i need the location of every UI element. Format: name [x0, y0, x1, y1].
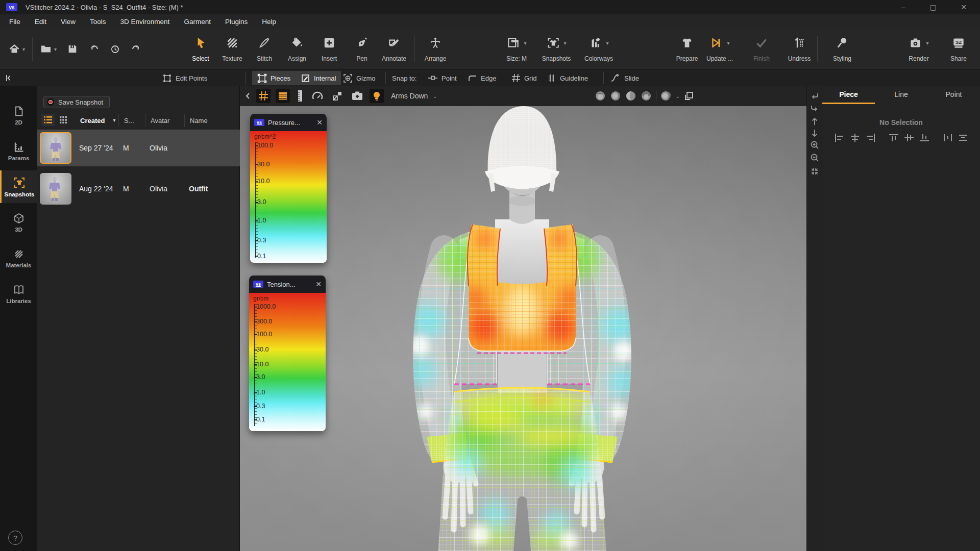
snap-edge-toggle[interactable]: Edge [468, 70, 496, 86]
bring-front-icon[interactable] [684, 91, 694, 101]
prepare-shirt-icon [680, 36, 694, 49]
close-icon[interactable]: ✕ [316, 118, 323, 127]
align-right-icon[interactable] [864, 133, 876, 143]
redo-step-button[interactable] [807, 102, 822, 114]
save-button[interactable] [67, 43, 78, 55]
tab-point[interactable]: Point [927, 86, 980, 104]
home-button[interactable]: ▾ [8, 43, 25, 55]
viewport-scale-button[interactable] [332, 90, 343, 102]
chevron-down-icon: ▾ [727, 40, 729, 46]
viewport-light-toggle[interactable] [370, 89, 384, 103]
menu-plugins[interactable]: Plugins [218, 14, 255, 29]
pressure-legend-header[interactable]: vs Pressure... ✕ [250, 114, 327, 131]
tool-update[interactable]: ▾ Update ... [698, 34, 742, 62]
gizmo-toggle[interactable]: Gizmo [343, 70, 376, 86]
tool-arrange[interactable]: Arrange [413, 34, 457, 62]
column-avatar[interactable]: Avatar [145, 114, 185, 127]
sidebar-item-3d[interactable]: 3D [0, 206, 37, 239]
redo-button[interactable] [129, 43, 141, 55]
viewport-ruler-button[interactable] [297, 90, 303, 102]
tool-colorways[interactable]: ▾ Colorways [577, 34, 621, 62]
2d-icon [13, 105, 25, 117]
undo-button[interactable] [88, 43, 101, 55]
distribute-h-icon[interactable] [942, 133, 954, 143]
help-button[interactable]: ? [8, 531, 22, 545]
restore-button[interactable]: ▢ [921, 0, 945, 14]
distribute-v-icon[interactable] [957, 133, 969, 143]
return-button[interactable] [807, 90, 822, 102]
scale-icon [332, 90, 343, 102]
avatar-head-3-icon[interactable] [625, 90, 636, 102]
slide-toggle[interactable]: Slide [610, 70, 639, 86]
tool-render[interactable]: ▾ Render [897, 34, 941, 62]
snapshot-row[interactable]: Sep 27 '24 M Olivia [37, 130, 240, 166]
tab-line[interactable]: Line [875, 86, 927, 104]
pressure-legend[interactable]: vs Pressure... ✕ gr/cm^2 100.0 30.0 10.0… [250, 114, 327, 263]
pieces-toggle[interactable]: Pieces [252, 73, 296, 83]
avatar-head-2-icon[interactable] [610, 90, 621, 102]
sidebar-item-libraries[interactable]: Libraries [0, 278, 37, 310]
tool-snapshots[interactable]: ▾ Snapshots [534, 34, 578, 62]
tension-legend[interactable]: vs Tension... ✕ gr/cm 1000.0 300.0 100.0… [249, 276, 326, 431]
avatar-head-1-icon[interactable] [595, 90, 606, 102]
tension-legend-title: Tension... [267, 281, 312, 288]
avatar-current-icon[interactable] [660, 90, 672, 102]
viewport-grid-toggle[interactable] [256, 89, 271, 103]
tool-share[interactable]: SZ Share [937, 34, 980, 62]
column-name[interactable]: Name [185, 114, 236, 127]
minimize-button[interactable]: – [892, 0, 915, 14]
open-button[interactable]: ▾ [40, 43, 57, 55]
sidebar-item-params[interactable]: Params [0, 135, 37, 167]
close-icon[interactable]: ✕ [315, 280, 322, 288]
menu-file[interactable]: File [2, 14, 28, 29]
tool-annotate[interactable]: Annotate [372, 34, 416, 62]
snap-point-toggle[interactable]: Point [428, 70, 457, 86]
align-bottom-icon[interactable] [918, 133, 930, 143]
menu-view[interactable]: View [54, 14, 83, 29]
sidebar-item-materials[interactable]: Materials [0, 242, 37, 274]
sidebar-item-snapshots[interactable]: Snapshots [0, 170, 37, 203]
tool-size[interactable]: ▾ Size: M [495, 34, 538, 62]
move-down-button[interactable] [807, 127, 822, 139]
move-up-button[interactable] [807, 115, 822, 128]
internal-toggle[interactable]: Internal [296, 73, 341, 83]
update-icon [709, 36, 724, 49]
list-view-toggle[interactable] [41, 114, 55, 126]
avatar-head-4-icon[interactable] [641, 90, 652, 102]
save-snapshot-button[interactable]: Save Snapshot [43, 96, 110, 108]
viewport-back-button[interactable] [244, 92, 252, 100]
tool-styling[interactable]: Styling [820, 34, 864, 62]
snap-guideline-toggle[interactable]: Guideline [547, 70, 588, 86]
undo-history-button[interactable] [109, 43, 121, 55]
column-created[interactable]: Created▼ [75, 114, 119, 127]
viewport-gauge-button[interactable] [311, 91, 324, 101]
tension-legend-header[interactable]: vs Tension... ✕ [249, 276, 326, 293]
align-top-icon[interactable] [888, 133, 900, 143]
snap-grid-toggle[interactable]: Grid [511, 70, 537, 86]
align-center-h-icon[interactable] [849, 133, 861, 143]
grid-view-toggle[interactable] [57, 114, 70, 126]
collapse-panel-button[interactable] [4, 70, 12, 86]
menu-3d-environment[interactable]: 3D Environment [113, 14, 177, 29]
close-button[interactable]: ✕ [952, 0, 975, 14]
viewport-3d[interactable]: Arms Down ⌄ ⌄ vs Pressure... ✕ gr/cm^2 1… [240, 86, 806, 551]
zoom-in-button[interactable] [807, 139, 822, 151]
column-size[interactable]: S... [119, 114, 145, 127]
menu-edit[interactable]: Edit [28, 14, 54, 29]
snapshot-row[interactable]: Aug 22 '24 M Olivia Outfit [37, 170, 240, 207]
pose-selector[interactable]: Arms Down [391, 92, 428, 100]
edit-points-toggle[interactable]: Edit Points [162, 70, 207, 86]
menu-garment[interactable]: Garment [177, 14, 218, 29]
viewport-camera-button[interactable] [351, 91, 363, 101]
menu-help[interactable]: Help [255, 14, 283, 29]
collapse-view-button[interactable] [807, 165, 822, 178]
align-left-icon[interactable] [834, 133, 846, 143]
align-middle-icon[interactable] [903, 133, 915, 143]
tab-piece[interactable]: Piece [822, 86, 875, 104]
colorways-icon [589, 36, 603, 49]
viewport-pressure-toggle[interactable] [276, 89, 290, 103]
zoom-out-button[interactable] [807, 152, 822, 164]
sidebar-item-2d[interactable]: 2D [0, 99, 37, 132]
tool-undress[interactable]: Undress [777, 34, 821, 62]
menu-tools[interactable]: Tools [83, 14, 113, 29]
